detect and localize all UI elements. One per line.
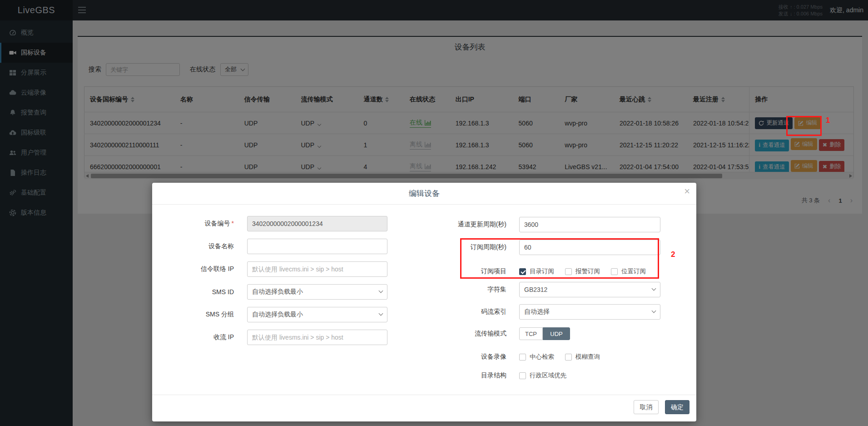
tcp-option[interactable]: TCP xyxy=(519,327,543,340)
form-row-sms-id: SMS ID 自动选择负载最小 xyxy=(152,284,407,300)
checkbox-checked-icon[interactable] xyxy=(519,268,526,275)
stream-index-select[interactable]: 自动选择 xyxy=(519,304,660,320)
modal-body: 设备编号* 设备名称 信令联络 IP SMS ID 自动选择负载最小 SMS 分… xyxy=(152,205,696,373)
checkbox-icon[interactable] xyxy=(519,354,526,361)
fuzzy-query-option[interactable]: 模糊查询 xyxy=(565,353,600,361)
sms-group-select[interactable]: 自动选择负载最小 xyxy=(247,307,387,322)
subscribe-period-label: 订阅周期(秒) xyxy=(407,243,506,251)
chevron-down-icon xyxy=(652,309,656,313)
charset-label: 字符集 xyxy=(407,286,506,294)
catalog-subscribe-option[interactable]: 目录订阅 xyxy=(519,267,554,276)
device-record-label: 设备录像 xyxy=(407,353,506,361)
sms-group-value: 自动选择负载最小 xyxy=(252,311,303,319)
charset-select[interactable]: GB2312 xyxy=(519,282,660,297)
device-id-field xyxy=(247,216,387,231)
chevron-down-icon xyxy=(379,311,383,316)
form-row-subscribe-period: 订阅周期(秒) xyxy=(407,240,696,255)
form-row-sms-group: SMS 分组 自动选择负载最小 xyxy=(152,307,407,322)
recv-ip-field[interactable] xyxy=(247,330,387,345)
sms-group-label: SMS 分组 xyxy=(152,311,234,319)
position-subscribe-option[interactable]: 位置订阅 xyxy=(611,267,646,276)
modal-title: 编辑设备 xyxy=(152,183,696,205)
dir-struct-options: 行政区域优先 xyxy=(519,371,577,380)
record-options: 中心检索 模糊查询 xyxy=(519,353,611,361)
charset-value: GB2312 xyxy=(524,286,547,293)
stream-mode-toggle: TCP UDP xyxy=(519,327,570,340)
chevron-down-icon xyxy=(379,289,383,293)
channel-refresh-field[interactable] xyxy=(519,217,660,232)
checkbox-icon[interactable] xyxy=(565,268,572,275)
dir-struct-label: 目录结构 xyxy=(407,371,506,380)
close-icon[interactable]: × xyxy=(684,186,690,196)
device-name-field[interactable] xyxy=(247,239,387,254)
sms-id-label: SMS ID xyxy=(152,288,234,296)
center-search-option[interactable]: 中心检索 xyxy=(519,353,554,361)
alarm-subscribe-option[interactable]: 报警订阅 xyxy=(565,267,600,276)
chevron-down-icon xyxy=(652,286,656,291)
confirm-button[interactable]: 确定 xyxy=(665,400,689,414)
checkbox-icon[interactable] xyxy=(565,354,572,361)
subscribe-period-field[interactable] xyxy=(519,240,660,255)
cancel-button[interactable]: 取消 xyxy=(634,400,659,414)
recv-ip-label: 收流 IP xyxy=(152,333,234,341)
modal-footer: 取消 确定 xyxy=(152,395,696,421)
form-right-column: 通道更新周期(秒) 订阅周期(秒) 订阅项目 目录订阅 报警订阅 位置订阅 xyxy=(407,205,696,380)
livegbs-app: LiveGBS 接收 ↑ : 0.027 Mbps 发送 ↓ : 0.006 M… xyxy=(0,0,868,426)
form-left-column: 设备编号* 设备名称 信令联络 IP SMS ID 自动选择负载最小 SMS 分… xyxy=(152,205,407,352)
admin-region-first-option[interactable]: 行政区域优先 xyxy=(519,371,566,380)
device-id-label: 设备编号* xyxy=(152,220,234,228)
checkbox-icon[interactable] xyxy=(519,372,526,379)
channel-refresh-label: 通道更新周期(秒) xyxy=(407,221,506,229)
required-asterisk: * xyxy=(232,220,234,227)
form-row-device-name: 设备名称 xyxy=(152,239,407,254)
stream-index-value: 自动选择 xyxy=(524,308,550,316)
signal-ip-label: 信令联络 IP xyxy=(152,265,234,273)
sms-id-value: 自动选择负载最小 xyxy=(252,288,303,296)
device-name-label: 设备名称 xyxy=(152,242,234,251)
form-row-device-record: 设备录像 中心检索 模糊查询 xyxy=(407,352,696,361)
form-row-dir-struct: 目录结构 行政区域优先 xyxy=(407,371,696,380)
form-row-subscribe-items: 订阅项目 目录订阅 报警订阅 位置订阅 xyxy=(407,267,696,276)
stream-mode-label: 流传输模式 xyxy=(407,330,506,338)
modal-header: 编辑设备 × xyxy=(152,183,696,205)
subscribe-items-label: 订阅项目 xyxy=(407,267,506,276)
sms-id-select[interactable]: 自动选择负载最小 xyxy=(247,284,387,300)
form-row-device-id: 设备编号* xyxy=(152,216,407,231)
form-row-channel-refresh: 通道更新周期(秒) xyxy=(407,217,696,232)
form-row-stream-index: 码流索引 自动选择 xyxy=(407,304,696,320)
subscribe-options: 目录订阅 报警订阅 位置订阅 xyxy=(519,267,657,276)
checkbox-icon[interactable] xyxy=(611,268,618,275)
edit-device-modal: 编辑设备 × 设备编号* 设备名称 信令联络 IP SMS ID xyxy=(152,183,696,421)
udp-option-selected[interactable]: UDP xyxy=(543,327,570,340)
form-row-signal-ip: 信令联络 IP xyxy=(152,261,407,277)
form-row-charset: 字符集 GB2312 xyxy=(407,282,696,297)
form-row-recv-ip: 收流 IP xyxy=(152,330,407,345)
signal-ip-field[interactable] xyxy=(247,261,387,277)
stream-index-label: 码流索引 xyxy=(407,308,506,316)
form-row-stream-mode: 流传输模式 TCP UDP xyxy=(407,327,696,340)
